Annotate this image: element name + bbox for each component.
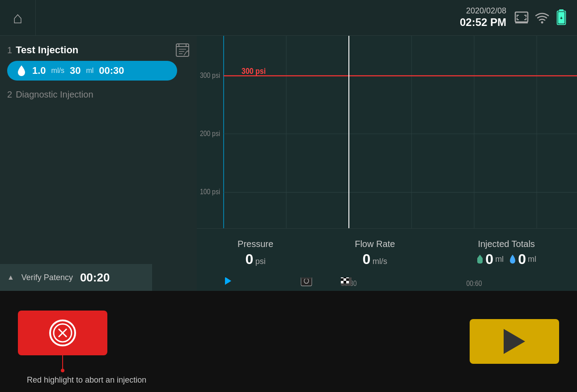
stats-row: Pressure 0 psi Flow Rate 0 ml/s Injected…: [197, 228, 577, 277]
battery-icon: +: [555, 9, 568, 26]
svg-rect-8: [176, 44, 189, 56]
home-icon: ⌂: [13, 9, 23, 27]
home-button[interactable]: ⌂: [0, 0, 36, 36]
annotation-area: Red highlight to abort an injection: [27, 375, 146, 385]
pressure-value: 0: [245, 251, 253, 267]
abort-button[interactable]: [18, 311, 107, 355]
injection-1-title: 1 Test Injection: [7, 44, 78, 56]
contrast-value: 0: [485, 251, 493, 268]
svg-rect-43: [341, 278, 344, 281]
svg-rect-44: [344, 278, 346, 281]
pressure-value-row: 0 psi: [238, 251, 273, 268]
injection-1-num: 1: [7, 45, 12, 55]
flow-rate-stat-value: 0: [363, 251, 371, 267]
contrast-total: 0 ml: [476, 251, 504, 268]
injected-totals-stat: Injected Totals 0 ml 0 ml: [476, 239, 536, 268]
verify-patency-time: 00:20: [80, 271, 110, 285]
pressure-limit-label: 300 psi: [242, 67, 266, 76]
verify-patency-bar[interactable]: ▲ Verify Patency 00:20: [0, 264, 152, 291]
status-icons: +: [513, 9, 568, 26]
flow-rate-label: Flow Rate: [355, 239, 395, 249]
svg-rect-47: [344, 281, 346, 284]
edit-icon-1[interactable]: [175, 43, 190, 57]
svg-text:00:60: 00:60: [467, 280, 482, 287]
verify-patency-label: Verify Patency: [21, 273, 73, 282]
wifi-icon: [534, 9, 550, 26]
flow-rate-stat: Flow Rate 0 ml/s: [355, 239, 395, 268]
volume-value: 30: [70, 65, 81, 77]
flow-rate-value: 1.0: [32, 65, 46, 77]
saline-icon: [509, 254, 516, 264]
bottom-bar: Red highlight to abort an injection: [0, 291, 577, 392]
play-icon: [504, 329, 525, 354]
svg-rect-48: [346, 281, 349, 284]
saline-total: 0 ml: [509, 251, 536, 268]
play-button[interactable]: [470, 319, 559, 364]
svg-text:300 psi: 300 psi: [200, 72, 220, 79]
contrast-icon: [476, 254, 484, 264]
date-display: 2020/02/08: [460, 6, 506, 16]
svg-line-15: [184, 51, 187, 55]
svg-text:+: +: [560, 16, 563, 21]
abort-circle-icon: [49, 320, 76, 346]
injection-2-name: Diagnostic Injection: [16, 89, 93, 100]
injection-item-1: 1 Test Injection 1.0 ml/s: [7, 43, 190, 81]
abort-indicator-line: [62, 355, 63, 369]
saline-unit: ml: [528, 255, 536, 264]
flow-rate-value-row: 0 ml/s: [355, 251, 395, 268]
duration-value: 00:30: [99, 65, 124, 77]
svg-point-3: [541, 21, 543, 24]
abort-section: [18, 311, 107, 372]
left-panel: 1 Test Injection 1.0 ml/s: [0, 36, 197, 291]
time-display: 02:52 PM: [460, 16, 506, 29]
svg-rect-46: [341, 281, 344, 284]
injected-totals-label: Injected Totals: [476, 239, 536, 249]
pressure-stat: Pressure 0 psi: [238, 239, 273, 268]
screen-icon: [513, 9, 530, 26]
totals-values: 0 ml 0 ml: [476, 251, 536, 268]
abort-x-icon: [52, 323, 73, 343]
injection-2-num: 2: [7, 89, 12, 100]
abort-indicator-dot: [61, 369, 64, 372]
droplet-icon-1: [16, 64, 27, 77]
injection-1-params[interactable]: 1.0 ml/s 30 ml 00:30: [7, 61, 177, 81]
injection-1-header: 1 Test Injection: [7, 43, 190, 57]
flow-rate-stat-unit: ml/s: [373, 257, 387, 266]
chevron-up-icon: ▲: [7, 273, 14, 281]
injection-item-2: 2 Diagnostic Injection: [7, 89, 190, 100]
top-right-area: 2020/02/08 02:52 PM: [460, 6, 577, 29]
top-bar: ⌂ 2020/02/08 02:52 PM: [0, 0, 577, 36]
injection-1-name: Test Injection: [16, 44, 78, 56]
svg-rect-45: [346, 278, 349, 281]
datetime-display: 2020/02/08 02:52 PM: [460, 6, 506, 29]
pressure-unit: psi: [255, 257, 266, 266]
svg-text:200 psi: 200 psi: [200, 130, 220, 137]
flow-rate-unit: ml/s: [51, 67, 64, 75]
annotation-text: Red highlight to abort an injection: [27, 375, 146, 384]
contrast-unit: ml: [495, 255, 504, 264]
svg-text:100 psi: 100 psi: [200, 188, 220, 196]
volume-unit: ml: [86, 67, 93, 75]
pressure-label: Pressure: [238, 239, 273, 249]
saline-value: 0: [518, 251, 526, 268]
